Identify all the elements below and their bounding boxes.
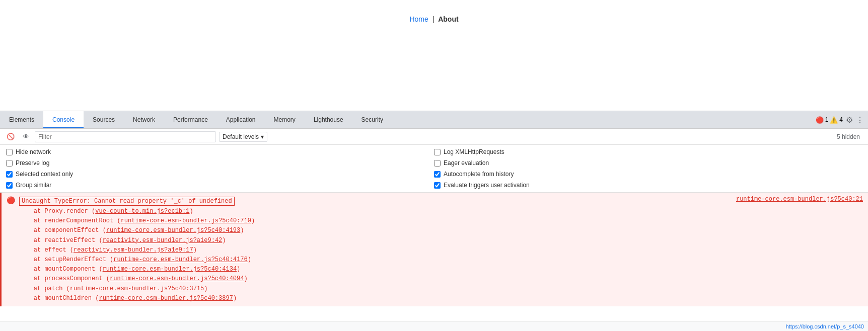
tab-memory[interactable]: Memory [265, 111, 305, 128]
tab-application[interactable]: Application [217, 111, 265, 128]
stack-link-9[interactable]: runtime-core.esm-bundler.js?5c40:3715 [70, 285, 204, 292]
option-autocomplete: Autocomplete from history [434, 169, 862, 179]
evaluate-triggers-checkbox[interactable] [434, 182, 441, 189]
stack-line-7: at mountComponent (runtime-core.esm-bund… [19, 265, 731, 274]
error-entry: 🔴 Uncaught TypeError: Cannot read proper… [0, 193, 868, 306]
tab-performance[interactable]: Performance [164, 111, 217, 128]
option-evaluate-triggers: Evaluate triggers user activation [434, 180, 862, 190]
tab-security[interactable]: Security [352, 111, 392, 128]
tab-network[interactable]: Network [124, 111, 164, 128]
stack-line-1: at Proxy.render (vue-count-to.min.js?ec1… [19, 207, 731, 216]
stack-link-7[interactable]: runtime-core.esm-bundler.js?5c40:4134 [103, 266, 237, 273]
preserve-log-checkbox[interactable] [6, 160, 13, 167]
error-content: Uncaught TypeError: Cannot read property… [19, 196, 731, 303]
stack-link-8[interactable]: runtime-core.esm-bundler.js?5c40:4094 [110, 275, 244, 282]
stack-line-5: at effect (reactivity.esm-bundler.js?a1e… [19, 245, 731, 255]
error-main-message: Uncaught TypeError: Cannot read property… [19, 197, 235, 206]
option-selected-context: Selected context only [6, 169, 434, 179]
error-circle-marker: 🔴 [7, 196, 15, 204]
preserve-log-label: Preserve log [16, 159, 49, 167]
devtools-panel: Elements Console Sources Network Perform… [0, 111, 868, 331]
stack-link-3[interactable]: runtime-core.esm-bundler.js?5c40:4193 [106, 227, 240, 234]
error-count: 1 [825, 116, 829, 123]
console-options: Hide network Log XMLHttpRequests Preserv… [0, 145, 868, 193]
eager-eval-label: Eager evaluation [444, 159, 489, 167]
more-options-icon[interactable]: ⋮ [856, 115, 864, 125]
stack-line-9: at patch (runtime-core.esm-bundler.js?5c… [19, 284, 731, 294]
log-xml-label: Log XMLHttpRequests [444, 148, 504, 155]
stack-line-10: at mountChildren (runtime-core.esm-bundl… [19, 294, 731, 303]
log-xml-checkbox[interactable] [434, 149, 441, 155]
stack-link-5[interactable]: reactivity.esm-bundler.js?a1e9:17 [74, 246, 193, 254]
status-url: https://blog.csdn.net/p_s_s4040 [786, 323, 864, 329]
chevron-down-icon: ▾ [261, 133, 264, 140]
filter-input[interactable] [35, 131, 216, 142]
hidden-count: 5 hidden [837, 133, 864, 140]
autocomplete-checkbox[interactable] [434, 171, 441, 178]
home-link[interactable]: Home [409, 15, 428, 23]
error-badge: 🔴 1 ⚠️ 4 [816, 116, 843, 124]
console-output: 🔴 Uncaught TypeError: Cannot read proper… [0, 193, 868, 321]
tab-console[interactable]: Console [43, 111, 84, 128]
option-log-xml: Log XMLHttpRequests [434, 147, 862, 157]
error-source-link[interactable]: runtime-core.esm-bundler.js?5c40:21 [731, 196, 863, 203]
selected-context-label: Selected context only [16, 171, 73, 178]
stack-line-3: at componentEffect (runtime-core.esm-bun… [19, 226, 731, 235]
option-hide-network: Hide network [6, 147, 434, 157]
stack-link-2[interactable]: runtime-core.esm-bundler.js?5c40:710 [121, 217, 251, 224]
group-similar-label: Group similar [16, 182, 51, 189]
selected-context-checkbox[interactable] [6, 171, 13, 178]
stack-line-8: at processComponent (runtime-core.esm-bu… [19, 274, 731, 284]
eye-filter-button[interactable]: 👁 [20, 131, 32, 142]
hide-network-checkbox[interactable] [6, 149, 13, 155]
tab-elements[interactable]: Elements [0, 111, 43, 128]
stack-line-6: at setupRenderEffect (runtime-core.esm-b… [19, 255, 731, 265]
status-bar: https://blog.csdn.net/p_s_s4040 [0, 321, 868, 331]
autocomplete-label: Autocomplete from history [444, 171, 514, 178]
default-levels-label: Default levels [223, 133, 259, 140]
evaluate-triggers-label: Evaluate triggers user activation [444, 182, 530, 189]
error-stack-trace: at Proxy.render (vue-count-to.min.js?ec1… [19, 207, 731, 303]
tab-actions: 🔴 1 ⚠️ 4 ⚙ ⋮ [816, 115, 868, 125]
stack-link-10[interactable]: runtime-core.esm-bundler.js?5c40:3897 [99, 295, 233, 302]
nav-links: Home | About [409, 15, 458, 23]
option-group-similar: Group similar [6, 180, 434, 190]
stack-line-4: at reactiveEffect (reactivity.esm-bundle… [19, 236, 731, 245]
default-levels-dropdown[interactable]: Default levels ▾ [219, 132, 267, 142]
error-circle-icon: 🔴 [816, 116, 824, 124]
tab-sources[interactable]: Sources [84, 111, 124, 128]
about-link[interactable]: About [438, 15, 458, 23]
tab-lighthouse[interactable]: Lighthouse [305, 111, 352, 128]
stack-link-4[interactable]: reactivity.esm-bundler.js?a1e9:42 [103, 237, 223, 244]
stack-link-1[interactable]: vue-count-to.min.js?ec1b:1 [95, 208, 189, 215]
stack-link-6[interactable]: runtime-core.esm-bundler.js?5c40:4176 [113, 256, 247, 263]
hide-network-label: Hide network [16, 148, 51, 155]
clear-console-button[interactable]: 🚫 [4, 131, 17, 142]
warning-count: 4 [839, 116, 843, 123]
console-toolbar: 🚫 👁 Default levels ▾ 5 hidden [0, 129, 868, 145]
settings-icon[interactable]: ⚙ [846, 115, 853, 125]
option-preserve-log: Preserve log [6, 158, 434, 168]
devtools-tab-bar: Elements Console Sources Network Perform… [0, 111, 868, 129]
nav-separator: | [432, 15, 435, 23]
warning-triangle-icon: ⚠️ [830, 116, 838, 124]
eager-eval-checkbox[interactable] [434, 160, 441, 167]
group-similar-checkbox[interactable] [6, 182, 13, 189]
stack-line-2: at renderComponentRoot (runtime-core.esm… [19, 216, 731, 226]
option-eager-eval: Eager evaluation [434, 158, 862, 168]
page-content: Home | About [0, 0, 868, 111]
